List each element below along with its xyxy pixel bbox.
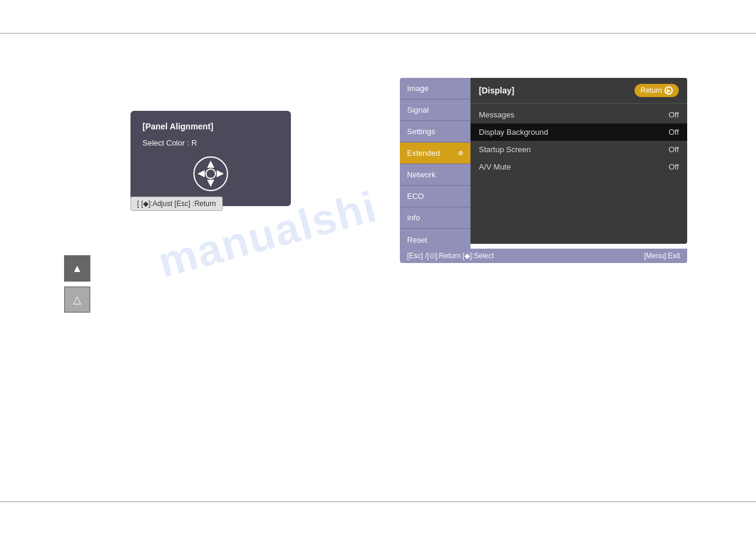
row-display-background-value: Off: [669, 128, 679, 137]
return-circle-icon: ▶: [664, 86, 673, 95]
row-startup-screen-value: Off: [669, 145, 679, 154]
row-av-mute: A/V Mute Off: [470, 158, 687, 176]
row-startup-screen: Startup Screen Off: [470, 141, 687, 158]
content-title: [Display]: [479, 86, 514, 95]
menu-sidebar: Image Signal Settings Extended ⊕ Network…: [400, 78, 470, 250]
row-messages-value: Off: [669, 110, 679, 119]
sidebar-item-image[interactable]: Image: [400, 78, 470, 99]
arrow-filled-icon: ▲: [64, 255, 90, 282]
sidebar-item-info[interactable]: Info: [400, 207, 470, 229]
content-panel: [Display] Return ▶ Messages Off Display …: [470, 78, 687, 244]
row-display-background-label: Display Background: [479, 128, 548, 137]
sidebar-item-reset-label: Reset: [407, 235, 427, 244]
status-bar-left: [Esc] /[⊙]:Return [◆]:Select: [407, 252, 494, 260]
svg-marker-1: [207, 161, 214, 168]
hint-bar: [ [◆]:Adjust [Esc] :Return: [130, 197, 223, 211]
sidebar-item-network-label: Network: [407, 170, 436, 179]
sidebar-item-settings-label: Settings: [407, 127, 435, 136]
panel-alignment-color: Select Color : R: [142, 138, 279, 147]
dpad-container: [142, 156, 279, 192]
panel-alignment-title: [Panel Alignment]: [142, 122, 279, 131]
sidebar-item-eco[interactable]: ECO: [400, 186, 470, 207]
row-messages-label: Messages: [479, 110, 514, 119]
content-rows: Messages Off Display Background Off Star…: [470, 104, 687, 244]
dpad-icon: [193, 156, 229, 192]
svg-point-5: [206, 169, 215, 179]
row-av-mute-value: Off: [669, 162, 679, 171]
return-label: Return: [640, 86, 662, 95]
sidebar-item-image-label: Image: [407, 84, 429, 93]
status-bar: [Esc] /[⊙]:Return [◆]:Select [Menu]:Exit: [400, 249, 687, 263]
svg-marker-2: [207, 180, 214, 187]
status-bar-right: [Menu]:Exit: [644, 252, 680, 260]
svg-marker-3: [198, 170, 205, 177]
sidebar-item-signal-label: Signal: [407, 105, 429, 114]
sidebar-item-network[interactable]: Network: [400, 164, 470, 186]
sidebar-item-signal[interactable]: Signal: [400, 99, 470, 121]
arrow-outline-icon: △: [64, 286, 90, 313]
sidebar-item-info-label: Info: [407, 213, 420, 222]
sidebar-item-reset[interactable]: Reset: [400, 229, 470, 250]
extended-arrow-icon: ⊕: [458, 149, 463, 157]
row-messages: Messages Off: [470, 106, 687, 123]
top-divider: [0, 33, 756, 34]
content-header: [Display] Return ▶: [470, 78, 687, 104]
hint-text: [ [◆]:Adjust [Esc] :Return: [137, 200, 216, 208]
bottom-divider: [0, 501, 756, 502]
sidebar-item-extended-label: Extended: [407, 149, 440, 158]
content-spacer: [470, 176, 687, 241]
sidebar-item-extended[interactable]: Extended ⊕: [400, 143, 470, 164]
row-startup-screen-label: Startup Screen: [479, 145, 531, 154]
panel-alignment-dialog: [Panel Alignment] Select Color : R: [130, 111, 291, 206]
row-av-mute-label: A/V Mute: [479, 162, 511, 171]
sidebar-item-settings[interactable]: Settings: [400, 121, 470, 143]
return-button[interactable]: Return ▶: [634, 84, 679, 97]
row-display-background: Display Background Off: [470, 123, 687, 141]
sidebar-item-eco-label: ECO: [407, 192, 424, 201]
svg-marker-4: [217, 170, 224, 177]
